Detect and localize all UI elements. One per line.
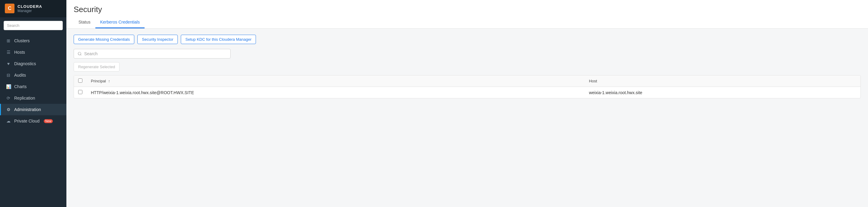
principal-cell: HTTP/weixia-1.weixia.root.hwx.site@ROOT.… xyxy=(87,87,585,98)
sidebar-item-label: Audits xyxy=(14,73,26,78)
sidebar-item-diagnostics[interactable]: ♥ Diagnostics xyxy=(0,58,66,69)
audits-icon: ⊟ xyxy=(6,72,11,78)
action-buttons-row: Generate Missing Credentials Security In… xyxy=(74,35,861,44)
sort-asc-icon: ↑ xyxy=(108,79,110,83)
brand-sub: Manager xyxy=(18,9,42,13)
sidebar-item-hosts[interactable]: ☰ Hosts xyxy=(0,47,66,58)
sidebar-item-label: Private Cloud xyxy=(14,119,39,123)
row-checkbox-cell xyxy=(74,87,87,98)
sidebar-item-label: Replication xyxy=(14,96,35,100)
sidebar-item-label: Clusters xyxy=(14,38,30,43)
svg-point-0 xyxy=(78,52,81,55)
table-search-container xyxy=(74,49,861,59)
credentials-table: Principal ↑ Host HTTP/weixia-1.weixia.ro… xyxy=(74,76,861,98)
credentials-table-container: Principal ↑ Host HTTP/weixia-1.weixia.ro… xyxy=(74,75,861,98)
logo-text: CLOUDERA Manager xyxy=(18,4,42,13)
sidebar-search-container xyxy=(0,17,66,34)
main-content: Security Status Kerberos Credentials Gen… xyxy=(66,0,868,207)
replication-icon: ⟳ xyxy=(6,95,11,101)
generate-missing-credentials-button[interactable]: Generate Missing Credentials xyxy=(74,35,134,44)
page-header: Security Status Kerberos Credentials xyxy=(66,0,868,29)
sidebar-item-clusters[interactable]: ⊞ Clusters xyxy=(0,35,66,47)
table-body: HTTP/weixia-1.weixia.root.hwx.site@ROOT.… xyxy=(74,87,861,98)
tab-status[interactable]: Status xyxy=(74,17,95,28)
sidebar-item-label: Hosts xyxy=(14,50,25,55)
table-row: HTTP/weixia-1.weixia.root.hwx.site@ROOT.… xyxy=(74,87,861,98)
sidebar-item-label: Administration xyxy=(14,107,41,112)
tab-kerberos-credentials[interactable]: Kerberos Credentials xyxy=(95,17,145,28)
sidebar-search-input[interactable] xyxy=(4,21,63,30)
sidebar: C CLOUDERA Manager ⊞ Clusters ☰ Hosts ♥ … xyxy=(0,0,66,207)
sidebar-item-private-cloud[interactable]: ☁ Private Cloud New xyxy=(0,115,66,127)
charts-icon: 📊 xyxy=(6,84,11,89)
table-search-input[interactable] xyxy=(84,51,227,56)
select-all-checkbox[interactable] xyxy=(78,79,83,83)
principal-column-header[interactable]: Principal ↑ xyxy=(87,76,585,87)
principal-column-label: Principal xyxy=(91,79,106,83)
svg-line-1 xyxy=(81,55,82,56)
host-cell: weixia-1.weixia.root.hwx.site xyxy=(585,87,861,98)
private-cloud-icon: ☁ xyxy=(6,118,11,124)
page-title: Security xyxy=(74,0,861,14)
clusters-icon: ⊞ xyxy=(6,38,11,43)
tab-bar: Status Kerberos Credentials xyxy=(74,17,861,28)
administration-icon: ⚙ xyxy=(6,107,11,112)
sidebar-item-charts[interactable]: 📊 Charts xyxy=(0,81,66,92)
table-search-bar xyxy=(74,49,230,59)
host-column-label: Host xyxy=(589,79,597,83)
new-badge: New xyxy=(44,119,53,123)
sidebar-item-audits[interactable]: ⊟ Audits xyxy=(0,69,66,81)
hosts-icon: ☰ xyxy=(6,50,11,55)
host-column-header: Host xyxy=(585,76,861,87)
row-checkbox[interactable] xyxy=(78,90,83,94)
sidebar-item-label: Charts xyxy=(14,84,27,89)
regenerate-selected-button[interactable]: Regenerate Selected xyxy=(74,62,120,71)
content-area: Generate Missing Credentials Security In… xyxy=(66,29,868,207)
table-header-row: Principal ↑ Host xyxy=(74,76,861,87)
search-icon xyxy=(78,52,82,56)
sidebar-nav: ⊞ Clusters ☰ Hosts ♥ Diagnostics ⊟ Audit… xyxy=(0,34,66,207)
sidebar-item-administration[interactable]: ⚙ Administration xyxy=(0,104,66,115)
sidebar-item-replication[interactable]: ⟳ Replication xyxy=(0,92,66,104)
diagnostics-icon: ♥ xyxy=(6,61,11,66)
setup-kdc-button[interactable]: Setup KDC for this Cloudera Manager xyxy=(181,35,256,44)
logo-icon: C xyxy=(5,4,14,13)
select-all-cell xyxy=(74,76,87,87)
logo: C CLOUDERA Manager xyxy=(0,0,66,17)
security-inspector-button[interactable]: Security Inspector xyxy=(137,35,178,44)
brand-name: CLOUDERA xyxy=(18,4,42,9)
sidebar-item-label: Diagnostics xyxy=(14,61,36,66)
